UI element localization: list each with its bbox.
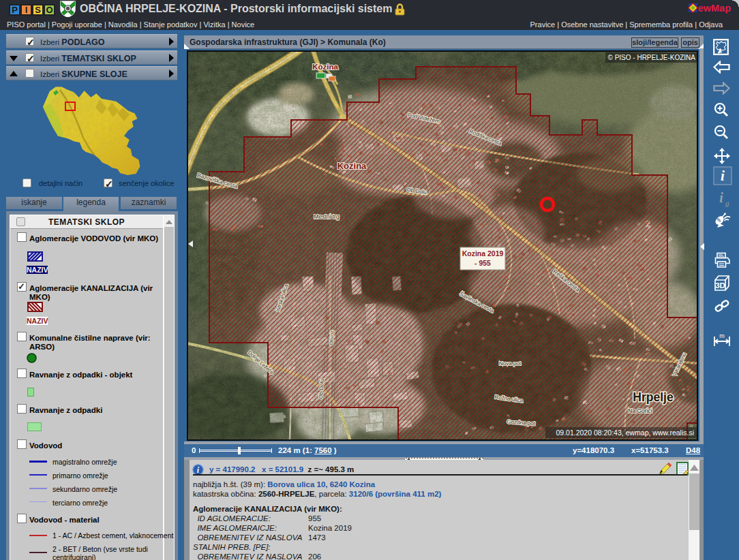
svg-text:- 955: - 955: [474, 259, 491, 267]
svg-text:Hrpelje: Hrpelje: [633, 390, 674, 404]
svg-text:Mestni trg: Mestni trg: [314, 213, 340, 220]
svg-text:Kozina 2019: Kozina 2019: [462, 249, 504, 258]
svg-text:Kozina: Kozina: [337, 161, 367, 171]
svg-text:i: i: [719, 190, 723, 205]
svg-text:Na Gorici: Na Gorici: [628, 407, 652, 414]
svg-text:3D: 3D: [715, 281, 725, 290]
svg-text:© PISO - HRPELJE-KOZINA: © PISO - HRPELJE-KOZINA: [607, 54, 695, 61]
svg-text:09.01.2020 08:20:43, ewmap, ww: 09.01.2020 08:20:43, ewmap, www.realis.s…: [556, 429, 694, 437]
svg-text:Obvoz: Obvoz: [329, 330, 335, 345]
svg-text:Kozina: Kozina: [312, 63, 338, 71]
svg-text:m: m: [719, 332, 725, 339]
svg-text:i: i: [721, 168, 725, 184]
svg-text:g: g: [725, 199, 729, 207]
svg-text:Nova pot: Nova pot: [499, 360, 522, 367]
